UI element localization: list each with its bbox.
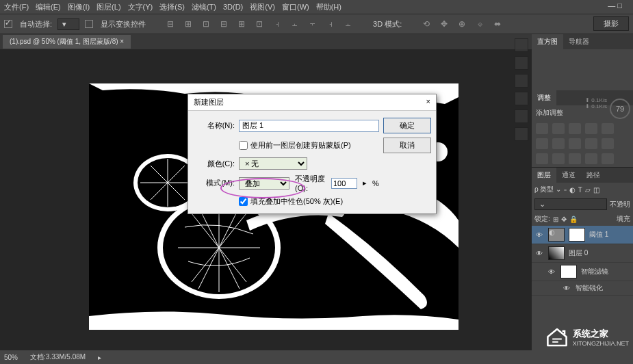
- name-input[interactable]: [239, 120, 379, 132]
- align-icon[interactable]: ⊞: [236, 18, 247, 29]
- menu-edit[interactable]: 编辑(E): [36, 2, 61, 12]
- align-icon[interactable]: ⫞: [272, 18, 283, 29]
- auto-select-checkbox[interactable]: [4, 20, 12, 28]
- tab-layers[interactable]: 图层: [532, 168, 556, 183]
- filter-shape-icon[interactable]: ▱: [585, 186, 591, 194]
- menu-window[interactable]: 窗口(W): [282, 2, 309, 12]
- layer-kind-filter[interactable]: ρ 类型 ⌄: [534, 185, 561, 194]
- menu-help[interactable]: 帮助(H): [316, 2, 341, 12]
- align-icon[interactable]: ⊟: [218, 18, 229, 29]
- smart-sharpen-row[interactable]: 👁 智能锐化: [532, 281, 633, 296]
- 3d-icon[interactable]: ⟐: [474, 18, 485, 29]
- align-icon[interactable]: ⊡: [201, 18, 211, 29]
- menu-file[interactable]: 文件(F): [4, 2, 29, 12]
- show-transform-checkbox[interactable]: [85, 20, 93, 28]
- visibility-icon[interactable]: 👁: [547, 268, 556, 276]
- panel-icon[interactable]: [515, 74, 528, 88]
- clip-mask-checkbox[interactable]: 使用前一图层创建剪贴蒙版(P): [239, 140, 379, 151]
- bw-icon[interactable]: [552, 138, 565, 149]
- menu-image[interactable]: 图像(I): [68, 2, 90, 12]
- filter-adjust-icon[interactable]: ◐: [569, 186, 576, 194]
- lock-all-icon[interactable]: 🔒: [569, 216, 578, 223]
- visibility-icon[interactable]: 👁: [534, 231, 544, 239]
- align-icon[interactable]: ⫞: [325, 18, 336, 29]
- align-icon[interactable]: ⊞: [183, 18, 194, 29]
- net-speed: ⬆ 0.1K/s ⬇ 0.1K/s: [585, 97, 607, 109]
- percent-label: %: [372, 179, 379, 187]
- filter-pixels-icon[interactable]: ▫: [564, 186, 567, 194]
- lookup-icon[interactable]: [602, 138, 614, 149]
- opacity-input[interactable]: [331, 178, 357, 189]
- smart-filters-row[interactable]: 👁 智能滤镜: [532, 263, 633, 281]
- menu-select[interactable]: 选择(S): [159, 2, 185, 12]
- align-icon[interactable]: ⫠: [343, 18, 354, 29]
- visibility-icon[interactable]: 👁: [562, 285, 571, 292]
- clip-mask-check-input[interactable]: [239, 141, 248, 150]
- hue-icon[interactable]: [536, 138, 548, 149]
- 3d-icon[interactable]: ✥: [439, 18, 450, 29]
- mode3d-label: 3D 模式:: [373, 19, 402, 29]
- fill-neutral-check-input[interactable]: [239, 197, 248, 206]
- visibility-icon[interactable]: 👁: [534, 250, 544, 257]
- tab-adjustments[interactable]: 调整: [532, 90, 556, 105]
- lock-position-icon[interactable]: ✥: [561, 216, 567, 223]
- opacity-stepper-icon[interactable]: ▸: [363, 179, 367, 187]
- threshold-icon[interactable]: [569, 153, 581, 164]
- zoom-readout[interactable]: 50%: [4, 354, 18, 361]
- panel-icon[interactable]: [515, 92, 528, 105]
- menu-view[interactable]: 视图(V): [250, 2, 275, 12]
- panel-icon[interactable]: [515, 56, 528, 70]
- menu-type[interactable]: 文字(Y): [128, 2, 153, 12]
- panel-icon[interactable]: [515, 38, 528, 52]
- panel-icon[interactable]: [515, 127, 528, 141]
- selective-icon[interactable]: [602, 153, 614, 164]
- layer-row-bg[interactable]: 👁 图层 0: [532, 244, 633, 263]
- tab-navigator[interactable]: 导航器: [563, 34, 595, 49]
- tab-paths[interactable]: 路径: [581, 168, 606, 183]
- dialog-close-icon[interactable]: ×: [426, 97, 430, 107]
- posterize-icon[interactable]: [552, 153, 565, 164]
- 3d-icon[interactable]: ⊕: [456, 18, 467, 29]
- curves-icon[interactable]: [569, 123, 581, 134]
- photo-filter-icon[interactable]: [569, 138, 581, 149]
- 3d-icon[interactable]: ⟲: [421, 18, 432, 29]
- invert-icon[interactable]: [536, 153, 548, 164]
- window-controls[interactable]: — □: [608, 1, 622, 10]
- color-select[interactable]: × 无: [239, 157, 307, 170]
- align-icon[interactable]: ⫠: [289, 18, 300, 29]
- filter-text-icon[interactable]: T: [578, 186, 582, 194]
- levels-icon[interactable]: [552, 123, 565, 134]
- ok-button[interactable]: 确定: [383, 118, 431, 133]
- layer-row-threshold[interactable]: 👁 ◐ 阈值 1: [532, 226, 633, 244]
- filter-smart-icon[interactable]: ◫: [593, 186, 599, 194]
- tab-channels[interactable]: 通道: [556, 168, 581, 183]
- 3d-icon[interactable]: ⬌: [492, 18, 503, 29]
- smart-sharpen-label: 智能锐化: [576, 283, 603, 293]
- docinfo-arrow-icon[interactable]: ▸: [98, 354, 101, 361]
- gradient-map-icon[interactable]: [585, 153, 597, 164]
- menu-3d[interactable]: 3D(D): [223, 3, 243, 11]
- house-icon: [545, 327, 569, 348]
- mode-select[interactable]: 叠加: [239, 177, 289, 190]
- document-tab[interactable]: (1).psd @ 50% (阈值 1, 图层蒙版/8) ×: [3, 35, 131, 49]
- layers-panel: 图层 通道 路径 ρ 类型 ⌄ ▫ ◐ T ▱ ◫ ⌄ 不透明 锁定: ⊞ ✥ …: [532, 167, 633, 296]
- blend-mode-dropdown[interactable]: ⌄: [534, 198, 607, 210]
- panel-icon[interactable]: [515, 109, 528, 123]
- brightness-icon[interactable]: [536, 123, 548, 134]
- cancel-button[interactable]: 取消: [383, 138, 431, 153]
- menu-filter[interactable]: 滤镜(T): [192, 2, 216, 12]
- align-icon[interactable]: ⫟: [307, 18, 318, 29]
- layer-thumb: [548, 246, 565, 260]
- align-icon[interactable]: ⊟: [165, 18, 176, 29]
- tab-histogram[interactable]: 直方图: [532, 34, 563, 49]
- exposure-icon[interactable]: [585, 123, 597, 134]
- menu-layer[interactable]: 图层(L): [96, 2, 120, 12]
- align-icon[interactable]: ⊡: [254, 18, 265, 29]
- lock-pixels-icon[interactable]: ⊞: [553, 216, 558, 223]
- vibrance-icon[interactable]: [602, 123, 614, 134]
- fill-neutral-checkbox[interactable]: 填充叠加中性色(50% 灰)(E): [239, 196, 379, 207]
- fill-neutral-label: 填充叠加中性色(50% 灰)(E): [250, 196, 343, 207]
- auto-select-dropdown[interactable]: ▾: [57, 18, 79, 30]
- camera-button[interactable]: 摄影: [593, 16, 629, 31]
- mixer-icon[interactable]: [585, 138, 597, 149]
